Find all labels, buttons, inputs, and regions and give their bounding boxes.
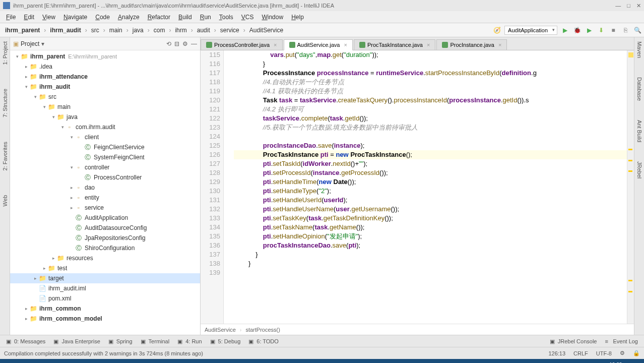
code-line[interactable]: pti.setHandleTime(new Date()); [234, 177, 627, 187]
menu-code[interactable]: Code [91, 14, 114, 21]
menu-edit[interactable]: Edit [20, 14, 38, 21]
code-line[interactable]: ProcessInstance processInstance = runtim… [234, 69, 627, 78]
code-line[interactable]: pti.setProcessId(instance.getProcessId()… [234, 168, 627, 177]
code-line[interactable]: pti.setTaskKey(task.getTaskDefinitionKey… [234, 214, 627, 223]
coverage-icon[interactable]: ▶ [585, 26, 594, 35]
warning-mark[interactable] [628, 149, 632, 150]
favorites-tool-tab[interactable]: 2: Favorites [2, 140, 8, 172]
compass-icon[interactable]: 🧭 [492, 26, 501, 35]
breadcrumb-item[interactable]: src [88, 27, 102, 34]
start-button[interactable] [2, 360, 22, 363]
code-line[interactable]: } [234, 259, 627, 268]
tree-item[interactable]: ⒸAuditApplication [10, 213, 200, 223]
code-line[interactable]: pti.setHandleUserId(userId); [234, 196, 627, 205]
jrebel-tool-tab[interactable]: JRebel [636, 159, 642, 180]
menu-help[interactable]: Help [287, 14, 308, 21]
breadcrumb-item[interactable]: audit [194, 27, 213, 34]
close-button[interactable]: ✕ [636, 3, 641, 9]
tree-item[interactable]: ▸▫service [10, 203, 200, 213]
bottom-tab[interactable]: ▣Terminal [137, 337, 174, 345]
code-line[interactable] [234, 132, 627, 141]
taskbar-app[interactable]: 🎨 [171, 360, 191, 363]
crumb-method[interactable]: startProcess() [245, 327, 280, 333]
tree-item[interactable]: ▾📁java [10, 112, 200, 122]
tree-item[interactable]: ▾📁ihrm_audit [10, 82, 200, 92]
editor-tab[interactable]: AuditService.java× [284, 39, 353, 50]
close-tab-icon[interactable]: × [344, 42, 347, 48]
menu-window[interactable]: Window [257, 14, 287, 21]
collapse-icon[interactable]: ⊟ [174, 40, 179, 47]
bottom-tab[interactable]: ▣5: Debug [206, 337, 245, 345]
maximize-button[interactable]: □ [627, 3, 630, 9]
breadcrumb-item[interactable]: ihrm_audit [47, 27, 84, 34]
structure-tool-tab[interactable]: 7: Structure [2, 87, 8, 119]
menu-tools[interactable]: Tools [215, 14, 237, 21]
tree-item[interactable]: ▸📁test [10, 263, 200, 273]
breadcrumb-item[interactable]: ihrm [172, 27, 189, 34]
code-line[interactable]: //5.获取下一个节点数据,填充业务数据中当前待审批人 [234, 123, 627, 132]
bottom-tab[interactable]: ▣Java Enterprise [49, 337, 104, 345]
bottom-tab[interactable]: ▣4: Run [173, 337, 206, 345]
warning-mark[interactable] [628, 280, 632, 281]
vcs-icon[interactable]: ⎘ [621, 26, 630, 35]
code-line[interactable]: pti.setTaskId(idWorker.nextId()+""); [234, 159, 627, 168]
run-config-selector[interactable]: AuditApplication [504, 26, 557, 35]
breadcrumb-item[interactable]: ihrm_parent [2, 27, 43, 34]
taskbar-app[interactable]: 🟦 [66, 360, 86, 363]
close-tab-icon[interactable]: × [274, 42, 277, 48]
inspection-icon[interactable]: ⚙ [620, 350, 625, 356]
menu-vcs[interactable]: VCS [237, 14, 258, 21]
tree-item[interactable]: ⒸSystemFeignClient [10, 152, 200, 162]
code-line[interactable]: //4.2 执行即可 [234, 105, 627, 114]
warning-mark[interactable] [628, 160, 632, 161]
update-icon[interactable]: ⬇ [597, 26, 606, 35]
tree-item[interactable]: ⒸProcessController [10, 172, 200, 183]
breadcrumb-item[interactable]: service [217, 27, 242, 34]
code-body[interactable]: vars.put("days",map.get("duration")); } … [224, 50, 627, 324]
tree-item[interactable]: ⒸAuditDatasourceConfig [10, 223, 200, 233]
code-line[interactable]: pti.setHandleType("2"); [234, 187, 627, 196]
error-stripe[interactable] [627, 50, 634, 324]
debug-icon[interactable]: 🐞 [572, 26, 582, 35]
breadcrumb-item[interactable]: com [151, 27, 168, 34]
menu-analyze[interactable]: Analyze [114, 14, 144, 21]
tree-item[interactable]: ⒸFeignClientService [10, 142, 200, 152]
tree-item[interactable]: 📄ihrm_audit.iml [10, 283, 200, 293]
tree-item[interactable]: ▸📁ihrm_attendance [10, 72, 200, 82]
tree-item[interactable]: ▾📁ihrm_parentE:\ihrm\ihrm_parent [10, 51, 200, 62]
tree-item[interactable]: ▾▫com.ihrm.audit [10, 122, 200, 132]
database-tool-tab[interactable]: Database [636, 75, 642, 103]
menu-refactor[interactable]: Refactor [144, 14, 174, 21]
menu-navigate[interactable]: Navigate [59, 14, 91, 21]
code-line[interactable]: procTaskInstanceDao.save(pti); [234, 241, 627, 250]
taskbar-app[interactable]: 📂 [192, 360, 213, 363]
warning-mark[interactable] [628, 291, 632, 292]
code-line[interactable]: //4.自动执行第一个任务节点 [234, 78, 627, 87]
menu-build[interactable]: Build [174, 14, 196, 21]
breadcrumb-item[interactable]: main [106, 27, 125, 34]
crumb-class[interactable]: AuditService [205, 327, 236, 333]
stop-icon[interactable]: ■ [609, 26, 618, 35]
code-line[interactable]: taskService.complete(task.getId()); [234, 114, 627, 123]
tree-item[interactable]: ▾📁main [10, 102, 200, 112]
tree-item[interactable]: ⒸShiroConfiguration [10, 243, 200, 253]
warning-indicator[interactable] [628, 52, 633, 57]
taskbar-app[interactable]: 🟢 [150, 360, 170, 363]
jrebel-console-tab[interactable]: ▣JRebel Console [546, 337, 601, 345]
taskbar-app[interactable]: 🟪 [44, 360, 65, 363]
bottom-tab[interactable]: ▣6: TODO [244, 337, 283, 345]
code-line[interactable]: pti.setHandleUserName(user.getUsername()… [234, 205, 627, 214]
tree-item[interactable]: ▸▫dao [10, 183, 200, 193]
code-line[interactable]: } [234, 59, 627, 69]
taskbar-app[interactable]: 🔵 [23, 360, 43, 363]
tree-item[interactable]: ▸📁.idea [10, 62, 200, 72]
editor-tab[interactable]: ProcInstance.java× [436, 39, 507, 50]
code-line[interactable] [234, 268, 627, 277]
code-line[interactable]: Task task = taskService.createTaskQuery(… [234, 96, 627, 105]
tree-item[interactable]: ▾📁src [10, 92, 200, 102]
tree-item[interactable]: ▸▫entity [10, 193, 200, 203]
run-icon[interactable]: ▶ [560, 26, 569, 35]
tree-item[interactable]: ⒸJpaRepositoriesConfig [10, 233, 200, 243]
lock-icon[interactable]: 🔒 [633, 350, 640, 356]
code-line[interactable]: pti.setHandleOpinion("发起申请"); [234, 232, 627, 241]
